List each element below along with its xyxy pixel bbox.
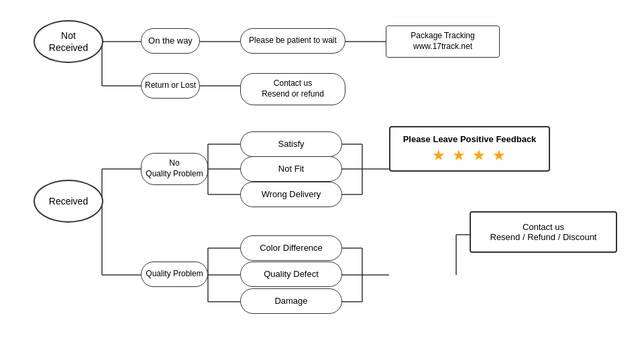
received-node: Received (34, 180, 103, 223)
feedback-text: Please Leave Positive Feedback (403, 134, 537, 144)
quality-defect-node: Quality Defect (240, 262, 342, 287)
satisfy-node: Satisfy (240, 131, 342, 157)
on-the-way-node: On the way (141, 28, 200, 54)
return-or-lost-node: Return or Lost (141, 73, 200, 99)
contact-rrd-box: Contact usResend / Refund / Discount (470, 211, 617, 253)
not-received-node: NotReceived (34, 20, 103, 63)
quality-problem-node: Quality Problem (141, 262, 208, 287)
feedback-box: Please Leave Positive Feedback ★ ★ ★ ★ (389, 126, 550, 172)
stars: ★ ★ ★ ★ (432, 147, 507, 164)
package-tracking-node: Package Trackingwww.17track.net (386, 25, 500, 58)
patient-node: Please be patient to wait (240, 28, 345, 54)
contact-rrd-text: Contact usResend / Refund / Discount (490, 222, 597, 242)
wrong-delivery-node: Wrong Delivery (240, 182, 342, 207)
damage-node: Damage (240, 288, 342, 314)
contact-resend-node: Contact usResend or refund (240, 73, 345, 105)
no-quality-node: NoQuality Problem (141, 153, 208, 185)
color-diff-node: Color Difference (240, 235, 342, 261)
not-fit-node: Not Fit (240, 156, 342, 182)
